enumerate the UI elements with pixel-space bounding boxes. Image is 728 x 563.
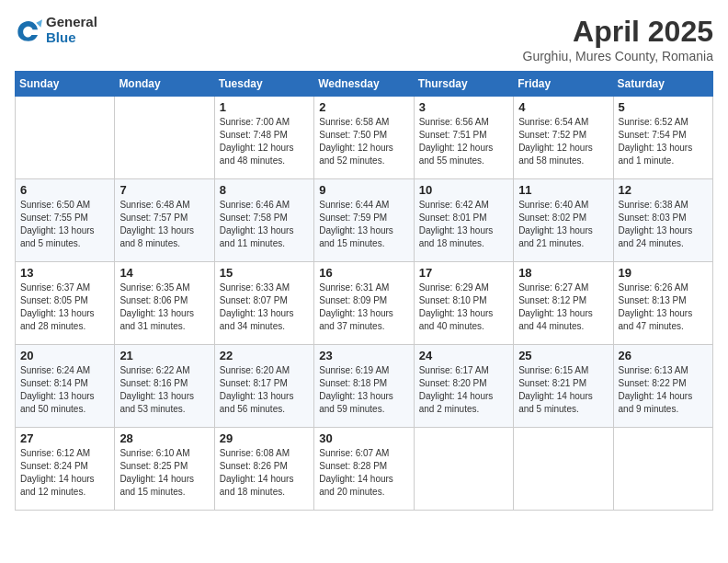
day-number: 26 — [619, 349, 708, 362]
calendar-cell: 17Sunrise: 6:29 AMSunset: 8:10 PMDayligh… — [414, 262, 513, 345]
day-number: 27 — [20, 431, 109, 445]
day-info: Sunrise: 6:52 AMSunset: 7:54 PMDaylight:… — [619, 116, 708, 167]
calendar-cell: 25Sunrise: 6:15 AMSunset: 8:21 PMDayligh… — [514, 345, 613, 428]
header-row: SundayMondayTuesdayWednesdayThursdayFrid… — [16, 72, 713, 97]
calendar-cell: 21Sunrise: 6:22 AMSunset: 8:16 PMDayligh… — [115, 345, 214, 428]
calendar-cell: 18Sunrise: 6:27 AMSunset: 8:12 PMDayligh… — [514, 262, 613, 345]
calendar-week-row: 27Sunrise: 6:12 AMSunset: 8:24 PMDayligh… — [16, 428, 713, 511]
day-info: Sunrise: 6:38 AMSunset: 8:03 PMDaylight:… — [619, 199, 708, 250]
day-info: Sunrise: 6:50 AMSunset: 7:55 PMDaylight:… — [20, 199, 109, 250]
calendar-cell: 12Sunrise: 6:38 AMSunset: 8:03 PMDayligh… — [613, 179, 712, 262]
day-number: 3 — [419, 100, 508, 114]
day-info: Sunrise: 6:19 AMSunset: 8:18 PMDaylight:… — [319, 364, 408, 416]
day-number: 4 — [518, 100, 608, 114]
calendar-week-row: 13Sunrise: 6:37 AMSunset: 8:05 PMDayligh… — [16, 262, 713, 345]
day-info: Sunrise: 6:26 AMSunset: 8:13 PMDaylight:… — [619, 282, 708, 333]
day-info: Sunrise: 6:56 AMSunset: 7:51 PMDaylight:… — [419, 116, 508, 167]
day-number: 5 — [619, 100, 708, 114]
day-info: Sunrise: 7:00 AMSunset: 7:48 PMDaylight:… — [220, 116, 309, 167]
calendar-cell: 11Sunrise: 6:40 AMSunset: 8:02 PMDayligh… — [514, 179, 613, 262]
calendar-cell: 10Sunrise: 6:42 AMSunset: 8:01 PMDayligh… — [414, 179, 513, 262]
day-info: Sunrise: 6:24 AMSunset: 8:14 PMDaylight:… — [20, 364, 109, 416]
header-day: Saturday — [613, 72, 712, 97]
day-info: Sunrise: 6:42 AMSunset: 8:01 PMDaylight:… — [419, 199, 508, 250]
calendar-cell: 15Sunrise: 6:33 AMSunset: 8:07 PMDayligh… — [214, 262, 313, 345]
day-info: Sunrise: 6:10 AMSunset: 8:25 PMDaylight:… — [119, 447, 209, 499]
calendar-cell: 27Sunrise: 6:12 AMSunset: 8:24 PMDayligh… — [16, 428, 115, 511]
day-info: Sunrise: 6:40 AMSunset: 8:02 PMDaylight:… — [518, 199, 608, 250]
day-number: 7 — [119, 183, 209, 197]
day-info: Sunrise: 6:15 AMSunset: 8:21 PMDaylight:… — [518, 364, 608, 416]
calendar-cell: 23Sunrise: 6:19 AMSunset: 8:18 PMDayligh… — [314, 345, 414, 428]
day-number: 24 — [419, 349, 508, 362]
day-number: 6 — [20, 183, 109, 197]
day-number: 17 — [419, 266, 508, 280]
header-day: Friday — [514, 72, 613, 97]
calendar-cell: 14Sunrise: 6:35 AMSunset: 8:06 PMDayligh… — [115, 262, 214, 345]
day-number: 12 — [619, 183, 708, 197]
page-header: General Blue April 2025 Gurghiu, Mures C… — [15, 15, 713, 63]
calendar-cell: 20Sunrise: 6:24 AMSunset: 8:14 PMDayligh… — [16, 345, 115, 428]
day-info: Sunrise: 6:33 AMSunset: 8:07 PMDaylight:… — [220, 282, 309, 333]
day-info: Sunrise: 6:37 AMSunset: 8:05 PMDaylight:… — [20, 282, 109, 333]
header-day: Thursday — [414, 72, 513, 97]
calendar-week-row: 20Sunrise: 6:24 AMSunset: 8:14 PMDayligh… — [16, 345, 713, 428]
calendar-week-row: 6Sunrise: 6:50 AMSunset: 7:55 PMDaylight… — [16, 179, 713, 262]
subtitle: Gurghiu, Mures County, Romania — [523, 49, 714, 63]
calendar-cell: 8Sunrise: 6:46 AMSunset: 7:58 PMDaylight… — [214, 179, 313, 262]
calendar-cell: 3Sunrise: 6:56 AMSunset: 7:51 PMDaylight… — [414, 97, 513, 179]
day-info: Sunrise: 6:46 AMSunset: 7:58 PMDaylight:… — [220, 199, 309, 250]
calendar-cell: 13Sunrise: 6:37 AMSunset: 8:05 PMDayligh… — [16, 262, 115, 345]
day-number: 16 — [319, 266, 408, 280]
calendar-cell: 19Sunrise: 6:26 AMSunset: 8:13 PMDayligh… — [613, 262, 712, 345]
day-info: Sunrise: 6:20 AMSunset: 8:17 PMDaylight:… — [220, 364, 309, 416]
day-info: Sunrise: 6:17 AMSunset: 8:20 PMDaylight:… — [419, 364, 508, 416]
calendar-cell — [414, 428, 513, 511]
day-number: 14 — [119, 266, 209, 280]
day-number: 11 — [518, 183, 608, 197]
title-area: April 2025 Gurghiu, Mures County, Romani… — [523, 15, 714, 63]
calendar-cell: 4Sunrise: 6:54 AMSunset: 7:52 PMDaylight… — [514, 97, 613, 179]
day-number: 10 — [419, 183, 508, 197]
calendar-cell: 1Sunrise: 7:00 AMSunset: 7:48 PMDaylight… — [214, 97, 313, 179]
day-info: Sunrise: 6:07 AMSunset: 8:28 PMDaylight:… — [319, 447, 408, 499]
day-info: Sunrise: 6:08 AMSunset: 8:26 PMDaylight:… — [220, 447, 309, 499]
day-info: Sunrise: 6:31 AMSunset: 8:09 PMDaylight:… — [319, 282, 408, 333]
calendar-cell — [115, 97, 214, 179]
day-number: 13 — [20, 266, 109, 280]
day-number: 20 — [20, 349, 109, 362]
calendar-cell: 7Sunrise: 6:48 AMSunset: 7:57 PMDaylight… — [115, 179, 214, 262]
calendar-cell: 2Sunrise: 6:58 AMSunset: 7:50 PMDaylight… — [314, 97, 414, 179]
logo-icon — [15, 17, 42, 44]
header-day: Tuesday — [214, 72, 313, 97]
day-info: Sunrise: 6:29 AMSunset: 8:10 PMDaylight:… — [419, 282, 508, 333]
day-info: Sunrise: 6:58 AMSunset: 7:50 PMDaylight:… — [319, 116, 408, 167]
header-day: Wednesday — [314, 72, 414, 97]
calendar-table: SundayMondayTuesdayWednesdayThursdayFrid… — [15, 71, 713, 511]
day-info: Sunrise: 6:54 AMSunset: 7:52 PMDaylight:… — [518, 116, 608, 167]
day-info: Sunrise: 6:22 AMSunset: 8:16 PMDaylight:… — [119, 364, 209, 416]
logo-text: General Blue — [46, 15, 97, 45]
day-number: 30 — [319, 431, 408, 445]
day-info: Sunrise: 6:27 AMSunset: 8:12 PMDaylight:… — [518, 282, 608, 333]
calendar-cell — [613, 428, 712, 511]
day-number: 28 — [119, 431, 209, 445]
day-info: Sunrise: 6:35 AMSunset: 8:06 PMDaylight:… — [119, 282, 209, 333]
calendar-cell: 28Sunrise: 6:10 AMSunset: 8:25 PMDayligh… — [115, 428, 214, 511]
logo-general-text: General — [46, 15, 97, 30]
calendar-cell — [514, 428, 613, 511]
day-number: 21 — [119, 349, 209, 362]
logo-blue-text: Blue — [46, 30, 97, 46]
day-info: Sunrise: 6:44 AMSunset: 7:59 PMDaylight:… — [319, 199, 408, 250]
day-number: 8 — [220, 183, 309, 197]
day-info: Sunrise: 6:12 AMSunset: 8:24 PMDaylight:… — [20, 447, 109, 499]
calendar-cell: 30Sunrise: 6:07 AMSunset: 8:28 PMDayligh… — [314, 428, 414, 511]
header-day: Monday — [115, 72, 214, 97]
day-info: Sunrise: 6:48 AMSunset: 7:57 PMDaylight:… — [119, 199, 209, 250]
calendar-cell: 22Sunrise: 6:20 AMSunset: 8:17 PMDayligh… — [214, 345, 313, 428]
calendar-week-row: 1Sunrise: 7:00 AMSunset: 7:48 PMDaylight… — [16, 97, 713, 179]
calendar-cell: 24Sunrise: 6:17 AMSunset: 8:20 PMDayligh… — [414, 345, 513, 428]
calendar-cell: 26Sunrise: 6:13 AMSunset: 8:22 PMDayligh… — [613, 345, 712, 428]
day-info: Sunrise: 6:13 AMSunset: 8:22 PMDaylight:… — [619, 364, 708, 416]
day-number: 22 — [220, 349, 309, 362]
